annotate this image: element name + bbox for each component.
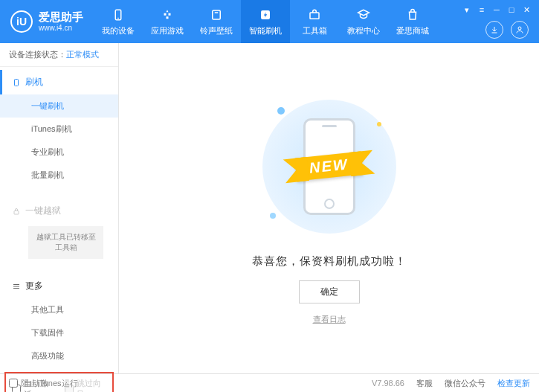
nav-my-device[interactable]: 我的设备 xyxy=(94,0,143,43)
success-illustration: NEW xyxy=(255,92,404,241)
svg-point-6 xyxy=(518,27,521,30)
minimize-icon[interactable]: ─ xyxy=(491,4,502,15)
sidebar-head-flash[interactable]: 刷机 xyxy=(0,70,118,94)
app-url: www.i4.cn xyxy=(39,24,83,32)
nav-toolbox[interactable]: 工具箱 xyxy=(290,0,339,43)
window-controls: ▾ ≡ ─ □ ✕ xyxy=(462,4,532,15)
lock-icon xyxy=(12,207,21,216)
ok-button[interactable]: 确定 xyxy=(299,280,360,303)
app-header: iU 爱思助手 www.i4.cn 我的设备 应用游戏 铃声壁纸 智能刷机 工具… xyxy=(0,0,539,43)
sidebar-head-jailbreak: 一键越狱 xyxy=(0,199,118,223)
sidebar-item-other-tools[interactable]: 其他工具 xyxy=(0,298,118,321)
check-update-link[interactable]: 检查更新 xyxy=(497,378,530,389)
maximize-icon[interactable]: □ xyxy=(506,4,517,15)
sidebar-head-more[interactable]: 更多 xyxy=(0,274,118,298)
sidebar-item-download-fw[interactable]: 下载固件 xyxy=(0,321,118,344)
sidebar-item-advanced[interactable]: 高级功能 xyxy=(0,344,118,367)
apps-icon xyxy=(160,7,175,22)
svg-rect-2 xyxy=(213,10,221,19)
phone-icon xyxy=(12,78,21,87)
support-link[interactable]: 客服 xyxy=(416,378,433,389)
success-message: 恭喜您，保资料刷机成功啦！ xyxy=(252,254,407,269)
version-label: V7.98.66 xyxy=(372,379,404,388)
wechat-link[interactable]: 微信公众号 xyxy=(445,378,485,389)
tutorial-icon xyxy=(356,7,371,22)
nav-store[interactable]: 爱思商城 xyxy=(388,0,437,43)
device-icon xyxy=(111,7,126,22)
logo-icon: iU xyxy=(10,10,33,33)
flash-icon xyxy=(258,7,273,22)
main-content: NEW 恭喜您，保资料刷机成功啦！ 确定 查看日志 xyxy=(119,43,539,373)
svg-rect-5 xyxy=(310,13,319,19)
nav-ringtone[interactable]: 铃声壁纸 xyxy=(192,0,241,43)
view-log-link[interactable]: 查看日志 xyxy=(313,314,346,325)
app-title: 爱思助手 xyxy=(39,11,83,24)
list-icon[interactable]: ≡ xyxy=(477,4,487,15)
sidebar-item-pro-flash[interactable]: 专业刷机 xyxy=(0,141,118,164)
top-nav: 我的设备 应用游戏 铃声壁纸 智能刷机 工具箱 教程中心 爱思商城 xyxy=(94,0,437,43)
nav-apps[interactable]: 应用游戏 xyxy=(143,0,192,43)
close-icon[interactable]: ✕ xyxy=(521,4,532,15)
toolbox-icon xyxy=(307,7,322,22)
nav-tutorial[interactable]: 教程中心 xyxy=(339,0,388,43)
user-button[interactable] xyxy=(511,21,529,39)
sidebar: 设备连接状态：正常模式 刷机 一键刷机 iTunes刷机 专业刷机 批量刷机 一… xyxy=(0,43,119,373)
sidebar-item-oneclick-flash[interactable]: 一键刷机 xyxy=(0,94,118,118)
logo: iU 爱思助手 www.i4.cn xyxy=(0,10,94,33)
connection-status: 设备连接状态：正常模式 xyxy=(0,43,118,67)
jailbreak-note: 越狱工具已转移至工具箱 xyxy=(28,226,103,259)
sidebar-item-batch-flash[interactable]: 批量刷机 xyxy=(0,164,118,187)
ringtone-icon xyxy=(209,7,224,22)
menu-icon[interactable]: ▾ xyxy=(462,4,472,15)
nav-flash[interactable]: 智能刷机 xyxy=(241,0,290,43)
svg-rect-7 xyxy=(15,79,19,86)
store-icon xyxy=(405,7,420,22)
svg-rect-8 xyxy=(14,211,19,214)
download-button[interactable] xyxy=(485,21,503,39)
sidebar-item-itunes-flash[interactable]: iTunes刷机 xyxy=(0,118,118,141)
block-itunes-checkbox[interactable]: 阻止iTunes运行 xyxy=(9,378,78,389)
list-icon xyxy=(12,282,21,291)
